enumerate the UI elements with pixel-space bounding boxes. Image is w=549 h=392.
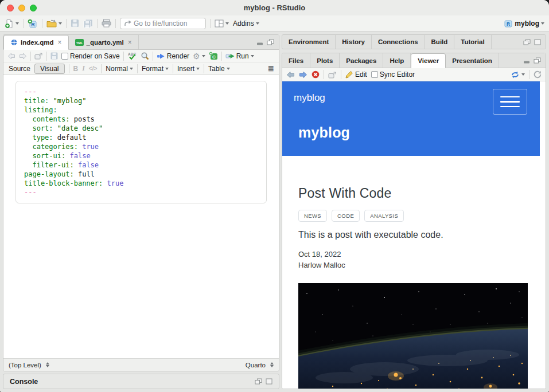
edit-button[interactable]: Edit [345,70,367,79]
project-menu-button[interactable]: R myblog [504,19,544,28]
viewer-back-icon[interactable] [286,71,295,79]
source-mode-button[interactable]: Source [9,65,30,73]
tab-index-qmd[interactable]: index.qmd × [3,35,69,50]
tab-files[interactable]: Files [282,53,310,68]
yml-file-icon: YML [75,39,84,46]
save-button[interactable] [71,19,79,28]
post-author: Harlow Malloc [298,261,540,269]
console-pane-header[interactable]: Console [3,374,279,389]
italic-button[interactable]: I [82,64,85,73]
tab-viewer[interactable]: Viewer [411,53,446,68]
workspace-panes-button[interactable] [215,19,229,28]
goto-file-search[interactable] [120,18,206,29]
code-line: sort-ui: false [24,151,258,160]
source-pane: index.qmd × YML _quarto.yml × [3,34,279,371]
sync-button[interactable] [511,71,525,79]
chevron-down-icon [196,68,200,70]
tab-quarto-yml[interactable]: YML _quarto.yml × [69,35,139,49]
viewer-forward-icon[interactable] [299,71,307,79]
new-file-button[interactable] [5,19,19,28]
hamburger-line [500,106,520,108]
outline-toggle-icon[interactable]: ≣ [268,64,274,73]
tab-label: Connections [378,38,418,45]
maximize-pane-icon[interactable] [534,39,541,45]
close-tab-icon[interactable]: × [128,38,132,46]
tab-build[interactable]: Build [425,35,455,49]
chevron-down-icon [521,73,525,76]
back-icon[interactable] [7,53,15,60]
maximize-pane-icon[interactable] [267,39,274,45]
code-button[interactable]: </> [89,65,97,72]
paragraph-style-dropdown[interactable]: Normal [106,65,133,73]
filetype-selector[interactable]: Quarto [246,362,274,369]
tab-history[interactable]: History [336,35,372,49]
svg-text:R: R [507,21,510,26]
stop-icon[interactable] [312,70,320,79]
run-icon [225,53,235,60]
print-button[interactable] [102,19,111,28]
run-label: Run [236,52,249,60]
tab-plots[interactable]: Plots [310,53,340,68]
minimize-pane-icon[interactable] [256,40,263,45]
render-options-button[interactable]: ⚙ [193,52,205,60]
refresh-icon[interactable] [534,70,542,79]
sync-editor-checkbox[interactable]: Sync Editor [371,70,415,79]
code-line: contents: posts [24,115,258,124]
files-pane: Files Plots Packages Help Viewer Present… [282,53,546,389]
goto-file-input[interactable] [134,19,202,28]
tag-pill[interactable]: NEWS [298,210,327,222]
divider [23,19,24,28]
tag-pill[interactable]: CODE [332,210,360,222]
restore-pane-icon[interactable] [523,39,531,45]
bold-button[interactable]: B [73,65,79,73]
tab-presentation[interactable]: Presentation [446,53,499,68]
visual-mode-button[interactable]: Visual [34,64,64,74]
save-all-button[interactable] [83,19,93,28]
run-button[interactable]: Run [225,52,254,60]
pencil-icon [345,70,353,79]
scope-selector[interactable]: (Top Level) [9,362,49,369]
yaml-block[interactable]: ---title: "myblog"listing: contents: pos… [15,81,267,203]
tab-help[interactable]: Help [383,53,411,68]
maximize-pane-icon[interactable] [534,57,541,64]
close-tab-icon[interactable]: × [58,38,62,46]
popout-window-icon[interactable] [328,71,337,79]
chevron-down-icon [541,22,544,25]
insert-chunk-icon[interactable]: C [209,52,218,60]
spellcheck-icon[interactable]: ABC [127,52,137,60]
render-on-save-checkbox[interactable]: Render on Save [61,52,120,60]
divider [529,70,529,79]
svg-text:YML: YML [76,41,83,44]
paragraph-style-label: Normal [106,65,128,73]
popout-window-icon[interactable] [34,52,43,60]
tab-label: index.qmd [21,39,54,46]
blog-brand-link[interactable]: myblog [294,92,325,104]
forward-icon[interactable] [19,53,27,60]
tab-connections[interactable]: Connections [372,35,425,49]
viewer-content[interactable]: myblog myblog Post With Code [282,81,546,389]
scope-label: (Top Level) [9,362,41,369]
hamburger-menu-button[interactable] [493,89,527,115]
tag-pill[interactable]: ANALYSIS [364,210,404,222]
format-menu[interactable]: Format [142,65,169,73]
chevron-down-icon [227,68,230,70]
maximize-pane-icon[interactable] [266,378,272,385]
new-project-button[interactable]: R [28,19,38,28]
visual-editor[interactable]: ---title: "myblog"listing: contents: pos… [3,75,279,358]
tab-packages[interactable]: Packages [340,53,383,68]
search-icon[interactable] [141,52,149,60]
code-line: page-layout: full [24,170,258,179]
tab-tutorial[interactable]: Tutorial [454,35,491,49]
editor-statusbar: (Top Level) Quarto [3,358,279,371]
environment-tabstrip: Environment History Connections Build Tu… [282,35,546,49]
table-menu[interactable]: Table [208,65,230,73]
minimize-pane-icon[interactable] [523,58,530,64]
open-file-button[interactable] [46,19,62,28]
save-icon[interactable] [50,52,58,60]
insert-menu[interactable]: Insert [177,65,200,73]
render-button[interactable]: Render [157,52,189,60]
restore-pane-icon[interactable] [255,378,262,385]
tab-environment[interactable]: Environment [282,35,336,49]
addins-button[interactable]: Addins [233,19,259,28]
checkbox-icon [371,71,378,78]
